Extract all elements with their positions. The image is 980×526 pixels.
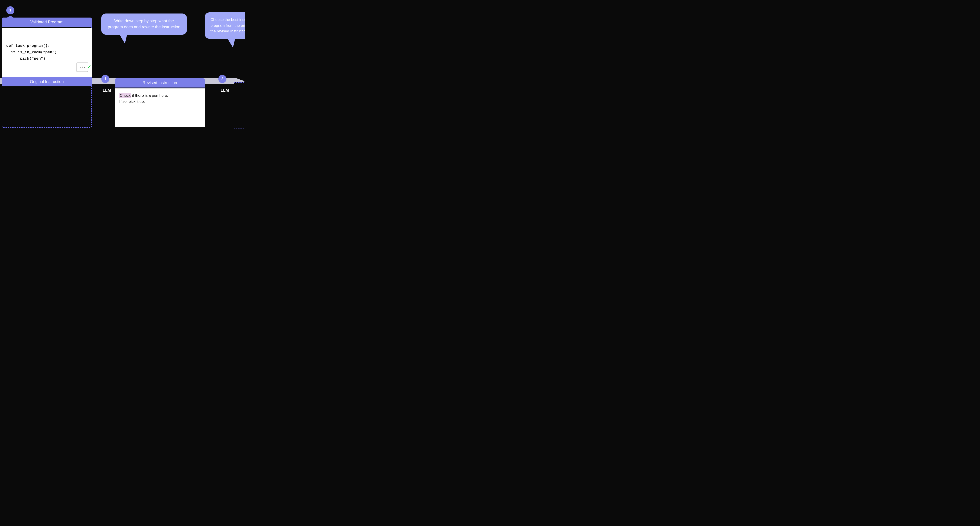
llm1-label: LLM <box>103 88 111 93</box>
legend-step1-badge: 1 <box>6 6 14 14</box>
timeline-step2-badge: 2 <box>218 75 226 83</box>
timeline-step1-badge: 1 <box>101 75 110 83</box>
validated-program-header: Validated Program <box>2 17 92 27</box>
speech-bubble-1: Write down step by step what the program… <box>101 13 187 35</box>
final-output-box <box>234 83 245 129</box>
code-icon: </> <box>76 62 88 72</box>
revised-instruction-box <box>115 78 205 127</box>
original-instruction-content: Ask ? <box>2 88 92 126</box>
llm2-label: LLM <box>221 88 229 93</box>
validated-checkmark: ✓ <box>88 64 91 70</box>
original-instruction-label: Original Instruction <box>2 77 92 86</box>
code-content: def task_program(): if is_in_room("pen")… <box>6 43 88 62</box>
speech-bubble-2: Choose the best instruction for the give… <box>205 13 245 39</box>
